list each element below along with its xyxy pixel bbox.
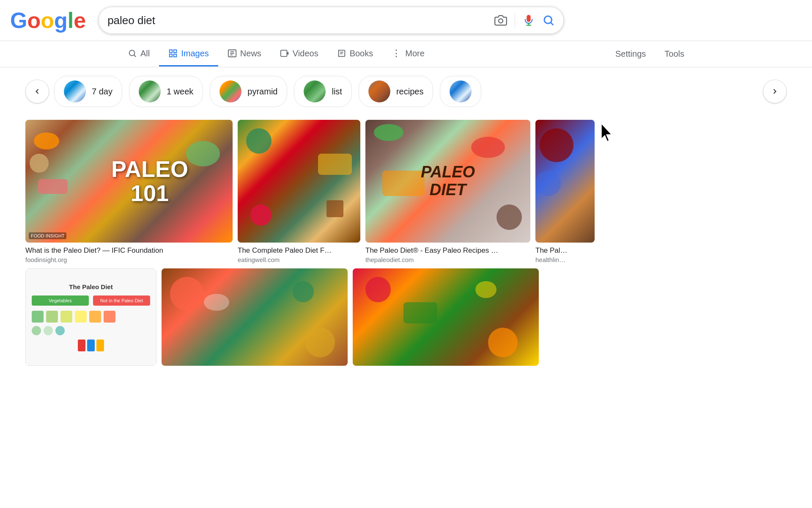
image-box-paleo-food2	[162, 268, 348, 366]
chip-1week-thumb	[139, 80, 161, 102]
chip-pyramid-label: pyramid	[247, 87, 277, 97]
image-source-paleo101: foodinsight.org	[25, 256, 233, 263]
svg-marker-16	[286, 52, 289, 55]
tab-tools[interactable]: Tools	[655, 42, 694, 66]
image-title-partial: The Pal…	[535, 246, 595, 255]
mic-icon	[523, 14, 535, 26]
chip-pyramid[interactable]: pyramid	[210, 76, 287, 107]
settings-label: Settings	[615, 49, 646, 58]
tab-images-label: Images	[181, 49, 209, 58]
tools-label: Tools	[664, 49, 684, 58]
search-bar[interactable]: paleo diet	[99, 7, 564, 34]
svg-rect-15	[281, 50, 287, 57]
camera-search-button[interactable]	[494, 14, 507, 27]
tab-more-label: More	[405, 49, 425, 58]
search-icon	[542, 14, 555, 27]
chip-pyramid-thumb	[219, 80, 241, 102]
chip-7day[interactable]: 7 day	[54, 76, 122, 107]
tab-more[interactable]: ⋮ More	[382, 41, 434, 67]
videos-nav-icon	[280, 49, 289, 58]
tab-videos[interactable]: Videos	[271, 42, 328, 66]
search-nav-icon	[128, 49, 137, 58]
chevron-left-icon	[33, 87, 41, 96]
search-input[interactable]: paleo diet	[107, 14, 489, 27]
tab-news[interactable]: News	[218, 42, 271, 66]
svg-line-6	[134, 55, 136, 57]
chip-1week-label: 1 week	[167, 87, 193, 97]
image-card-paleo101[interactable]: PALEO101 FOOD INSIGHT What is the Paleo …	[25, 120, 233, 263]
more-dots-icon: ⋮	[392, 48, 402, 59]
svg-rect-7	[170, 50, 172, 52]
tab-settings[interactable]: Settings	[606, 42, 655, 66]
svg-rect-8	[174, 50, 176, 52]
image-card-partial[interactable]: The Pal… healthlin…	[535, 120, 595, 263]
chip-7day-thumb	[64, 80, 86, 102]
image-source-complete-paleo: eatingwell.com	[238, 256, 360, 263]
image-box-paleo-easy: PALEODIET	[365, 120, 530, 243]
paleo-diet-overlay-text: PALEODIET	[421, 163, 475, 199]
chip-recipes[interactable]: recipes	[359, 76, 433, 107]
tab-all-label: All	[140, 49, 150, 58]
chip-list[interactable]: list	[294, 76, 351, 107]
svg-line-4	[551, 23, 553, 25]
chip-1week[interactable]: 1 week	[129, 76, 203, 107]
tab-books-label: Books	[350, 49, 373, 58]
images-nav-icon	[168, 49, 178, 58]
chips-next-button[interactable]	[763, 80, 787, 103]
header: Google paleo diet	[0, 0, 812, 41]
mic-search-button[interactable]	[523, 14, 535, 26]
image-source-partial: healthlin…	[535, 256, 595, 263]
tab-videos-label: Videos	[293, 49, 318, 58]
image-card-complete-paleo[interactable]: The Complete Paleo Diet F… eatingwell.co…	[238, 120, 360, 263]
chip-list-thumb	[304, 80, 326, 102]
image-card-paleo-food2[interactable]	[162, 268, 348, 366]
chip-7day-label: 7 day	[92, 87, 112, 97]
image-card-paleo-easy[interactable]: PALEODIET The Paleo Diet® - Easy Paleo R…	[365, 120, 530, 263]
paleo101-overlay-text: PALEO101	[111, 157, 188, 205]
image-box-complete-paleo	[238, 120, 360, 243]
books-nav-icon	[337, 49, 346, 58]
image-box-partial	[535, 120, 595, 243]
image-box-paleo-food3	[353, 268, 539, 366]
chips-prev-button[interactable]	[25, 80, 49, 103]
image-card-paleo-chart[interactable]: The Paleo Diet Vegetables Not in the Pal…	[25, 268, 156, 366]
nav-tabs: All Images News Videos Books ⋮ More Sett…	[0, 41, 812, 67]
svg-rect-9	[170, 54, 172, 57]
source-overlay: FOOD INSIGHT	[29, 232, 66, 239]
chip-recipes-label: recipes	[396, 87, 423, 97]
svg-point-5	[129, 50, 135, 56]
filter-chips-row: 7 day 1 week pyramid list recipes	[0, 67, 812, 116]
chip-last[interactable]	[440, 76, 481, 107]
tab-books[interactable]: Books	[328, 42, 383, 66]
svg-point-0	[499, 19, 503, 23]
image-title-complete-paleo: The Complete Paleo Diet F…	[238, 246, 360, 255]
google-logo[interactable]: Google	[10, 8, 86, 33]
chip-recipes-thumb	[368, 80, 390, 102]
camera-icon	[494, 14, 507, 27]
image-box-paleo-chart: The Paleo Diet Vegetables Not in the Pal…	[25, 268, 156, 366]
tab-images[interactable]: Images	[159, 42, 218, 66]
images-row-2: The Paleo Diet Vegetables Not in the Pal…	[25, 268, 812, 366]
search-submit-button[interactable]	[542, 14, 555, 27]
chip-list-label: list	[332, 87, 342, 97]
divider	[515, 13, 515, 28]
image-source-paleo-easy: thepaleodiet.com	[365, 256, 530, 263]
news-nav-icon	[228, 49, 237, 58]
tab-all[interactable]: All	[118, 42, 159, 66]
image-card-paleo-food3[interactable]	[353, 268, 539, 366]
chevron-right-icon	[771, 87, 779, 96]
image-title-paleo-easy: The Paleo Diet® - Easy Paleo Recipes …	[365, 246, 530, 255]
chips-container: 7 day 1 week pyramid list recipes	[54, 76, 758, 107]
images-area: PALEO101 FOOD INSIGHT What is the Paleo …	[0, 116, 812, 371]
svg-rect-10	[174, 54, 176, 57]
tab-news-label: News	[240, 49, 261, 58]
svg-point-3	[544, 16, 552, 24]
image-title-paleo101: What is the Paleo Diet? — IFIC Foundatio…	[25, 246, 233, 255]
chip-last-thumb	[450, 80, 472, 102]
image-box-paleo101: PALEO101 FOOD INSIGHT	[25, 120, 233, 243]
images-row-1: PALEO101 FOOD INSIGHT What is the Paleo …	[25, 120, 812, 263]
